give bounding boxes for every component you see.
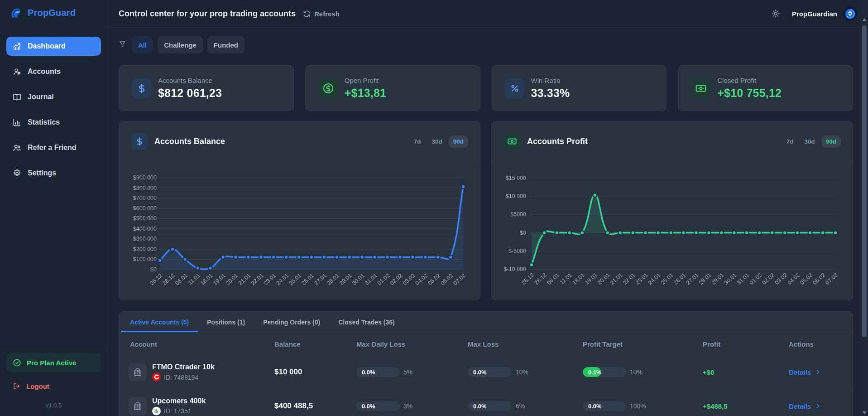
svg-text:$0: $0 [150,266,157,273]
svg-text:28.01: 28.01 [326,272,340,286]
svg-text:21.01: 21.01 [609,272,624,286]
svg-text:$300 000: $300 000 [133,236,157,242]
svg-text:11.01: 11.01 [187,272,201,286]
svg-text:$-5000: $-5000 [508,248,526,254]
svg-text:23.01: 23.01 [263,272,278,286]
svg-text:06.02: 06.02 [440,272,455,286]
svg-text:30.01: 30.01 [351,272,366,286]
svg-text:$400 000: $400 000 [133,226,157,232]
svg-text:$900 000: $900 000 [133,174,157,181]
svg-text:22.01: 22.01 [622,272,637,286]
svg-text:25.01: 25.01 [660,272,675,286]
svg-text:30.01: 30.01 [723,272,738,286]
svg-text:27.01: 27.01 [313,272,328,286]
svg-text:28.12: 28.12 [161,272,176,286]
svg-text:23.01: 23.01 [634,272,649,286]
svg-text:18.01: 18.01 [199,272,214,286]
svg-text:19.01: 19.01 [584,272,599,286]
svg-text:20.01: 20.01 [225,272,240,286]
svg-text:25.01: 25.01 [288,272,302,286]
svg-text:02.02: 02.02 [389,272,404,286]
svg-text:$10 000: $10 000 [506,193,526,199]
svg-text:24.01: 24.01 [275,272,290,286]
svg-text:05.02: 05.02 [427,272,442,286]
svg-text:04.02: 04.02 [414,272,429,286]
svg-text:$100 000: $100 000 [133,256,157,262]
svg-text:31.01: 31.01 [736,272,751,286]
svg-text:07.02: 07.02 [824,272,839,286]
svg-text:$15 000: $15 000 [506,175,526,181]
svg-text:29.01: 29.01 [710,272,725,286]
svg-text:20.01: 20.01 [596,272,611,286]
svg-text:02.02: 02.02 [761,272,776,286]
svg-text:31.01: 31.01 [364,272,379,286]
svg-text:$500 000: $500 000 [133,215,157,222]
svg-text:01.02: 01.02 [376,272,391,286]
svg-text:26.12: 26.12 [520,272,535,286]
svg-text:26.01: 26.01 [672,272,687,286]
svg-text:03.02: 03.02 [402,272,417,286]
svg-text:01.02: 01.02 [748,272,763,286]
svg-text:29.01: 29.01 [338,272,353,286]
svg-text:04.02: 04.02 [786,272,801,286]
svg-text:07.02: 07.02 [452,272,467,286]
svg-text:26.12: 26.12 [149,272,163,286]
svg-text:22.01: 22.01 [250,272,265,286]
svg-text:19.01: 19.01 [212,272,227,286]
svg-text:$-10 000: $-10 000 [504,266,526,272]
svg-text:28.12: 28.12 [533,272,548,286]
svg-text:06.01: 06.01 [546,272,561,286]
svg-text:$600 000: $600 000 [133,205,157,212]
svg-text:03.02: 03.02 [774,272,789,286]
svg-text:$800 000: $800 000 [133,185,157,191]
svg-text:24.01: 24.01 [647,272,662,286]
svg-text:06.02: 06.02 [811,272,826,286]
svg-text:26.01: 26.01 [300,272,315,286]
svg-text:$0: $0 [520,230,526,236]
svg-text:05.02: 05.02 [799,272,814,286]
svg-text:21.01: 21.01 [237,272,252,286]
svg-text:06.01: 06.01 [174,272,189,286]
svg-text:18.01: 18.01 [571,272,586,286]
svg-text:28.01: 28.01 [698,272,713,286]
svg-text:$700 000: $700 000 [133,195,157,201]
svg-text:11.01: 11.01 [559,272,573,286]
svg-text:$5000: $5000 [510,211,526,218]
svg-text:27.01: 27.01 [685,272,700,286]
svg-text:$200 000: $200 000 [133,246,157,252]
